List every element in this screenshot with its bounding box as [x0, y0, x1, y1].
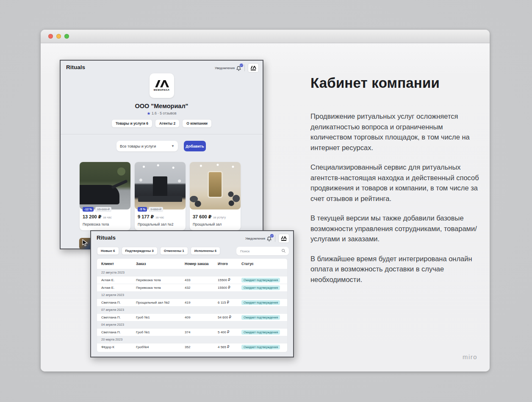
profile-avatar[interactable] — [278, 234, 289, 243]
order-status: Ожидает подтверждения — [241, 300, 280, 305]
minimize-window-button[interactable] — [56, 34, 61, 39]
order-row[interactable]: Светлана П. Прощальный зал №2 419 6 115 … — [97, 299, 287, 306]
tab-about[interactable]: О компании — [182, 119, 212, 128]
order-client: Светлана П. — [101, 315, 136, 319]
order-client: Аглая Е. — [101, 278, 136, 282]
date-label: 20 марта 2023 — [101, 338, 122, 341]
browser-window: Rituals Уведомления 17 МЕМОРИАЛ — [41, 30, 490, 371]
column-status: Статус — [241, 262, 283, 266]
order-item: Перевозка тела — [136, 278, 185, 282]
orders-table-body: 22 августа 2023 Аглая Е. Перевозка тела … — [97, 269, 287, 351]
date-group-row: 07 апреля 2023 — [97, 306, 287, 313]
order-status: Ожидает подтверждения — [241, 278, 280, 282]
product-cards: -12 % 15 000 ₽ 13 200 ₽ за час Перевозка… — [80, 162, 241, 230]
price-unit: за услугу — [212, 216, 226, 219]
search-input[interactable] — [239, 249, 281, 254]
order-total: 54 600 ₽ — [218, 315, 241, 319]
mouse-cursor-icon — [82, 239, 88, 248]
column-client: Клиент — [101, 262, 136, 266]
order-row[interactable]: Аглая Е. Перевозка тела 433 15500 ₽ Ожид… — [97, 276, 287, 284]
date-label: 22 августа 2023 — [101, 271, 125, 274]
order-number: 419 — [185, 301, 218, 304]
close-window-button[interactable] — [48, 34, 53, 39]
order-client: Светлана П. — [101, 330, 136, 334]
slide-title: Кабинет компании — [310, 75, 486, 92]
order-total: 4 565 ₽ — [218, 345, 241, 349]
order-status: Ожидает подтверждения — [241, 315, 280, 320]
header-divider — [275, 235, 275, 242]
order-row[interactable]: Светлана П. Гроб №1 374 5 400 ₽ Ожидает … — [97, 328, 287, 336]
company-profile-screenshot: Rituals Уведомления 17 МЕМОРИАЛ — [60, 60, 263, 249]
order-number: 433 — [185, 278, 218, 282]
order-row[interactable]: Аглая Е. Перевозка тела 432 15500 ₽ Ожид… — [97, 284, 287, 291]
order-client: Светлана П. — [101, 301, 136, 304]
order-client: Аглая Е. — [101, 286, 136, 290]
product-title: Прощальный зал №2 — [138, 222, 183, 226]
window-titlebar — [41, 30, 490, 43]
notifications-button[interactable]: Уведомления 17 — [215, 65, 241, 71]
column-number: Номер заказа — [185, 262, 218, 266]
memorial-logo-icon — [250, 66, 256, 69]
search-field[interactable] — [236, 247, 289, 255]
discount-badge: -12 % — [83, 207, 94, 212]
order-total: 15500 ₽ — [218, 286, 241, 290]
dropdown-value: Все товары и услуги — [120, 144, 156, 148]
company-logo-card: МЕМОРИАЛ — [150, 73, 174, 98]
date-group-row: 20 марта 2023 — [97, 336, 287, 343]
filter-chip-cancelled[interactable]: Отменены 1 — [160, 247, 188, 255]
add-product-button[interactable]: Добавить — [184, 141, 206, 151]
discount-badge: -5 % — [138, 207, 147, 212]
filter-chip-completed[interactable]: Исполнены 6 — [191, 247, 220, 255]
logo-caption: МЕМОРИАЛ — [154, 89, 169, 91]
star-icon: ★ — [147, 111, 151, 116]
company-name: ООО "Мемориал" — [61, 103, 263, 109]
order-item: Прощальный зал №2 — [136, 301, 185, 304]
company-rating: ★ 1.6 · 5 отзывов — [61, 111, 263, 116]
product-card[interactable]: 37 600 ₽ за услугу Прощальный зал — [190, 162, 241, 230]
paragraph-2: Специализированный сервис для ритуальных… — [310, 162, 486, 204]
order-total: 15500 ₽ — [218, 278, 241, 282]
bell-icon: 17 — [266, 236, 272, 241]
date-group-row: 22 августа 2023 — [97, 269, 287, 276]
order-client: Фёдор К — [101, 345, 136, 349]
old-price: 15 000 ₽ — [95, 207, 111, 212]
products-filter-dropdown[interactable]: Все товары и услуги ▼ — [116, 141, 178, 151]
order-status: Ожидает подтверждения — [241, 345, 280, 349]
product-card[interactable]: -12 % 15 000 ₽ 13 200 ₽ за час Перевозка… — [80, 162, 130, 230]
header-divider — [244, 64, 245, 71]
order-number: 409 — [185, 315, 218, 319]
chevron-down-icon: ▼ — [171, 144, 175, 148]
order-item: Гроб№4 — [136, 345, 185, 349]
tab-products[interactable]: Товары и услуги 6 — [111, 119, 152, 128]
filter-chip-confirmed[interactable]: Подтверждены 3 — [122, 247, 158, 255]
notifications-label: Уведомления — [215, 66, 235, 70]
tab-agents[interactable]: Агенты 2 — [155, 119, 180, 128]
paragraph-1: Продвижение ритуальных услуг осложняется… — [310, 111, 486, 153]
app-title: Rituals — [66, 64, 85, 70]
product-price: 37 600 ₽ — [193, 214, 211, 219]
filter-chip-new[interactable]: Новые 6 — [97, 247, 119, 255]
order-number: 432 — [185, 286, 218, 290]
orders-table-header: Клиент Заказ Номер заказа Итого Статус — [97, 259, 287, 269]
paragraph-3: В текущей версии мы также добавили базов… — [310, 213, 486, 244]
profile-avatar[interactable] — [248, 63, 259, 73]
rating-text: 1.6 · 5 отзывов — [152, 111, 177, 115]
date-label: 12 апреля 2023 — [101, 293, 124, 297]
notifications-button[interactable]: Уведомления 17 — [245, 236, 272, 241]
product-image — [190, 162, 241, 209]
text-panel: Кабинет компании Продвижение ритуальных … — [310, 75, 486, 294]
date-group-row: 04 апреля 2023 — [97, 321, 287, 328]
product-title: Прощальный зал — [193, 222, 238, 226]
paragraph-4: В ближайшее время будет интегрирована он… — [310, 254, 486, 285]
order-row[interactable]: Фёдор К Гроб№4 352 4 565 ₽ Ожидает подтв… — [97, 343, 287, 351]
order-total: 5 400 ₽ — [218, 330, 241, 334]
orders-table: Клиент Заказ Номер заказа Итого Статус 2… — [97, 258, 288, 352]
slide-content: Rituals Уведомления 17 МЕМОРИАЛ — [41, 43, 490, 371]
date-label: 07 апреля 2023 — [101, 308, 124, 312]
zoom-window-button[interactable] — [64, 34, 69, 39]
column-total: Итого — [218, 262, 241, 266]
order-row[interactable]: Светлана П. Гроб №1 409 54 600 ₽ Ожидает… — [97, 313, 287, 321]
search-icon — [281, 247, 286, 255]
product-card[interactable]: -5 % 9 660 ₽ 9 177 ₽ за час Прощальный з… — [135, 162, 186, 230]
memorial-logo-icon — [281, 236, 287, 240]
